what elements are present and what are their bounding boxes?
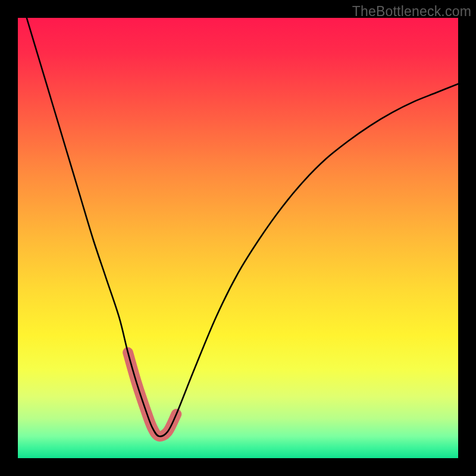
watermark-text: TheBottleneck.com [352, 4, 471, 20]
highlight-u-segment [128, 352, 176, 436]
plot-area [18, 18, 458, 458]
chart-frame: TheBottleneck.com [0, 0, 476, 476]
curve-layer [18, 18, 458, 458]
bottleneck-curve [27, 18, 458, 436]
